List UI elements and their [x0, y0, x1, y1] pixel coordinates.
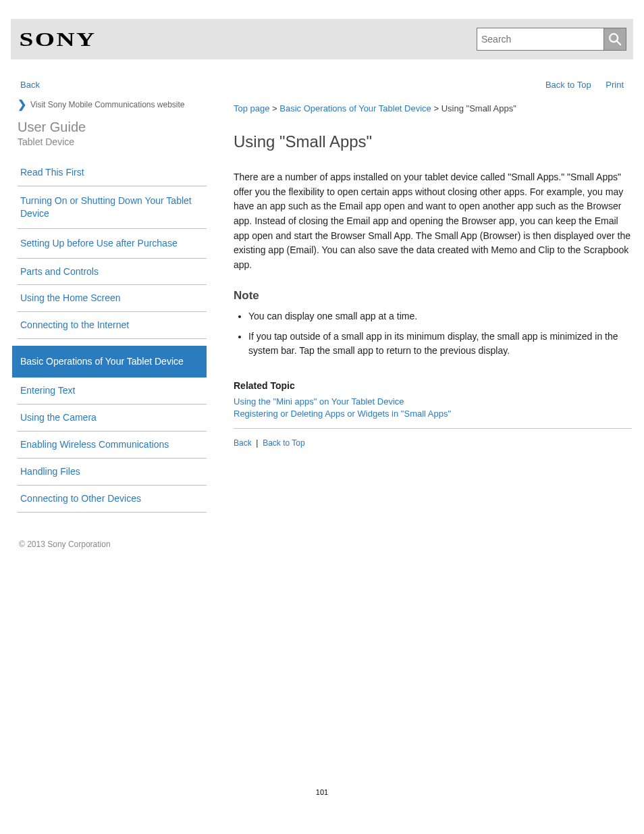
sidebar-item-read-this-first[interactable]: Read This First: [20, 166, 204, 179]
back-to-top-link-top[interactable]: Back to Top: [545, 80, 591, 90]
svg-line-1: [617, 41, 621, 45]
sidebar-item-setup[interactable]: Setting Up before Use after Purchase: [20, 236, 204, 251]
breadcrumb-sep-2: >: [431, 103, 441, 113]
sidebar-item-basic-ops-selected: Basic Operations of Your Tablet Device: [12, 346, 207, 377]
breadcrumb-current: Using "Small Apps": [441, 103, 516, 113]
related-link-2[interactable]: Registering or Deleting Apps or Widgets …: [234, 409, 451, 419]
note-item-1: You can display one small app at a time.: [248, 309, 632, 324]
related-topic-list: Using the "Mini apps" on Your Tablet Dev…: [234, 396, 632, 419]
footer-link-bar: Back | Back to Top: [234, 438, 632, 448]
breadcrumb-top-link[interactable]: Top page: [234, 103, 270, 113]
header-bar: SONY: [11, 19, 633, 59]
article-paragraph-1: There are a number of apps installed on …: [234, 170, 632, 273]
breadcrumb-category-link[interactable]: Basic Operations of Your Tablet Device: [279, 103, 431, 113]
sidebar-item-power[interactable]: Turning On or Shutting Down Your Tablet …: [20, 193, 204, 221]
sidebar-item-connect-devices[interactable]: Connecting to Other Devices: [20, 492, 204, 505]
related-link-1[interactable]: Using the "Mini apps" on Your Tablet Dev…: [234, 396, 404, 407]
back-link-top[interactable]: Back: [20, 80, 40, 90]
breadcrumb: Top page > Basic Operations of Your Tabl…: [234, 103, 632, 113]
article: Using "Small Apps" There are a number of…: [234, 132, 632, 448]
guide-title: User Guide: [18, 120, 207, 135]
sidebar-item-files[interactable]: Handling Files: [20, 465, 204, 478]
sidebar-item-parts[interactable]: Parts and Controls: [20, 265, 204, 278]
main-content: Top page > Basic Operations of Your Tabl…: [234, 99, 632, 549]
back-link-bottom[interactable]: Back: [234, 438, 252, 448]
device-model: Tablet Device: [18, 136, 207, 147]
sidebar: ❯ Visit Sony Mobile Communications websi…: [12, 99, 207, 549]
print-link[interactable]: Print: [606, 80, 624, 90]
sidebar-item-home-screen[interactable]: Using the Home Screen: [20, 292, 204, 305]
sidebar-item-wireless[interactable]: Enabling Wireless Communications: [20, 438, 204, 451]
back-to-top-link-bottom[interactable]: Back to Top: [263, 438, 304, 448]
note-list: You can display one small app at a time.…: [248, 309, 632, 359]
related-topic-heading: Related Topic: [234, 380, 632, 391]
sidebar-item-camera[interactable]: Using the Camera: [20, 411, 204, 424]
note-heading: Note: [234, 289, 632, 303]
chevron-right-icon: ❯: [18, 99, 26, 110]
top-link-bar: Back Back to Top Print: [20, 80, 624, 90]
breadcrumb-sep-1: >: [270, 103, 280, 113]
search-button[interactable]: [603, 28, 626, 51]
search-input[interactable]: [477, 28, 603, 51]
article-title: Using "Small Apps": [234, 132, 632, 151]
page-number: 101: [316, 788, 328, 796]
sidebar-item-internet[interactable]: Connecting to the Internet: [20, 319, 204, 332]
sony-logo: SONY: [18, 28, 97, 51]
search-group: [477, 28, 626, 51]
content-divider: [234, 428, 632, 429]
magnifier-icon: [608, 32, 622, 47]
sidebar-copyright: © 2013 Sony Corporation: [19, 540, 207, 549]
note-item-2: If you tap outside of a small app in its…: [248, 330, 632, 359]
sidebar-item-entering-text[interactable]: Entering Text: [20, 384, 204, 397]
sidebar-notice-text: Visit Sony Mobile Communications website: [30, 100, 185, 109]
sidebar-nav: Read This First Turning On or Shutting D…: [12, 159, 207, 513]
sidebar-notice[interactable]: ❯ Visit Sony Mobile Communications websi…: [18, 99, 207, 110]
